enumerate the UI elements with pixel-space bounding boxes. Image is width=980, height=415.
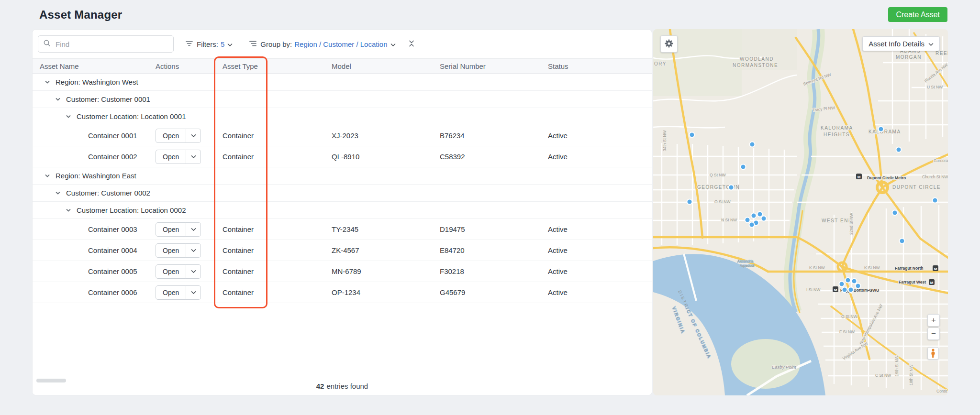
asset-marker[interactable] [896,147,902,153]
metro-station-letter: M [930,281,934,285]
map-label: HEIGHTS [824,132,850,137]
chevron-down-icon[interactable] [44,173,51,179]
column-header: Asset Type [223,62,332,70]
open-dropdown-button[interactable] [186,222,201,237]
filters-control[interactable]: Filters: 5 [185,40,233,49]
pegman-button[interactable] [927,347,939,360]
map-label: 19th St NW [894,356,899,376]
asset-marker[interactable] [839,282,845,287]
asset-name-cell: Container 0002 [40,153,156,161]
map-label: O St NW [714,199,731,204]
zoom-out-button[interactable]: − [927,328,940,340]
group-by-icon [249,40,257,49]
asset-marker[interactable] [842,287,847,293]
actions-cell: Open [156,243,223,258]
asset-marker[interactable] [846,278,851,283]
asset-marker[interactable] [892,210,898,216]
asset-name-cell: Container 0001 [40,131,156,140]
map-label: Easby Point [772,364,796,370]
map-label: Const [936,389,947,393]
asset-marker[interactable] [856,284,861,289]
asset-name-cell: Container 0004 [40,246,156,254]
chevron-down-icon [390,40,396,48]
open-dropdown-button[interactable] [186,243,201,258]
horizontal-scrollbar[interactable] [36,379,66,382]
table-row: Container 0005OpenContainerMN-6789F30218… [33,261,652,282]
group-row[interactable]: Customer: Customer 0002 [33,185,652,202]
page-title: Asset Manager [39,8,122,22]
serial-number-cell: C58392 [440,153,548,161]
open-button[interactable]: Open [156,150,186,164]
chevron-down-icon[interactable] [65,207,72,214]
chevron-down-icon[interactable] [55,96,61,103]
asset-manager-app: Asset Manager Create Asset Filters: 5 [0,0,980,415]
serial-number-cell: G45679 [440,288,548,296]
open-dropdown-button[interactable] [186,285,201,300]
asset-name-cell: Container 0006 [40,288,156,296]
asset-marker[interactable] [852,279,857,284]
chevron-down-icon [227,40,233,48]
group-row[interactable]: Region: Washington East [33,167,652,185]
asset-marker[interactable] [729,185,734,190]
serial-number-cell: F30218 [440,267,548,275]
group-row[interactable]: Region: Washington West [33,74,652,91]
table-row: Container 0001OpenContainerXJ-2023B76234… [33,125,652,146]
asset-marker[interactable] [750,142,755,147]
collapse-all-button[interactable] [405,37,418,51]
column-header: Status [548,62,652,70]
actions-cell: Open [156,285,223,300]
map-label: K St NW [809,265,825,270]
asset-info-details-button[interactable]: Asset Info Details [862,36,940,51]
open-button[interactable]: Open [156,285,186,300]
asset-marker[interactable] [761,216,767,221]
find-input[interactable] [55,40,168,49]
actions-cell: Open [156,150,223,164]
map-label: I St NW [806,287,820,292]
open-button[interactable]: Open [156,222,186,237]
map-settings-button[interactable] [660,35,678,53]
group-row[interactable]: Customer Location: Location 0002 [33,202,652,219]
table-toolbar: Filters: 5 Group by: Region / Customer /… [33,30,652,58]
open-dropdown-button[interactable] [186,150,201,164]
group-by-control[interactable]: Group by: Region / Customer / Location [249,40,395,49]
map-label: Dupont Circle Metro [867,175,906,180]
group-by-label: Group by: [260,40,292,48]
status-cell: Active [548,246,652,254]
asset-marker[interactable] [745,218,750,223]
model-cell: MN-6789 [332,267,440,275]
actions-cell: Open [156,222,223,237]
metro-station-letter: M [834,288,837,292]
create-asset-button[interactable]: Create Asset [888,7,947,22]
map-label: 22nd St NW [849,213,854,235]
asset-marker[interactable] [933,198,938,203]
table-row: Container 0003OpenContainerTY-2345D19475… [33,219,652,240]
entries-count: 42 [316,382,324,390]
open-button[interactable]: Open [156,243,186,258]
map-island [731,339,800,389]
asset-marker[interactable] [751,213,757,218]
group-row[interactable]: Customer Location: Location 0001 [33,108,652,125]
open-dropdown-button[interactable] [186,129,201,143]
chevron-down-icon[interactable] [65,113,72,120]
asset-marker[interactable] [900,239,905,244]
open-button[interactable]: Open [156,129,186,143]
open-button[interactable]: Open [156,264,186,279]
asset-marker[interactable] [848,287,854,293]
asset-marker[interactable] [690,132,695,138]
chevron-down-icon[interactable] [44,79,51,86]
chevron-down-icon[interactable] [55,190,61,197]
search-box[interactable] [38,35,174,53]
asset-marker[interactable] [687,199,692,205]
map-label: WEST END [822,218,853,223]
asset-marker[interactable] [749,222,755,228]
asset-marker[interactable] [741,164,746,170]
group-row[interactable]: Customer: Customer 0001 [33,91,652,108]
zoom-in-button[interactable]: + [927,314,940,327]
map-canvas[interactable]: ORYWOODLANDNORMANSTONEADAMSMORGANREED-CO… [653,29,948,395]
open-dropdown-button[interactable] [186,264,201,279]
asset-marker[interactable] [879,127,884,132]
asset-marker[interactable] [757,212,763,217]
entries-label: entries found [326,382,368,390]
table-header-row: Asset NameActionsAsset TypeModelSerial N… [33,58,652,74]
map-label: N St NW [721,218,737,222]
